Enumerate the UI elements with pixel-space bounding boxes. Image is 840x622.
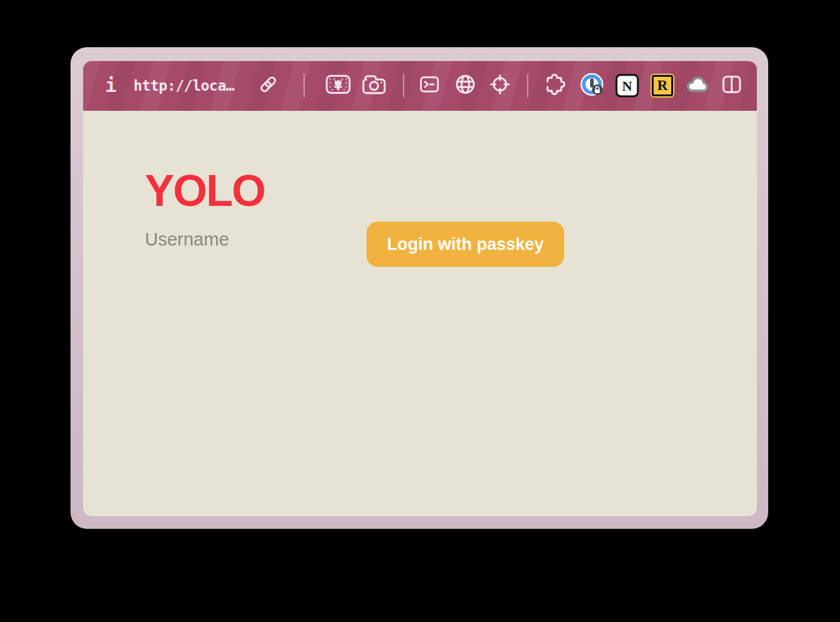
screenshot-gallery-button[interactable] (326, 74, 351, 98)
camera-icon (361, 74, 387, 98)
screen: i http://loca… (0, 0, 840, 622)
onepassword-icon (580, 72, 604, 99)
url-bar[interactable]: http://loca… (133, 77, 234, 94)
login-with-passkey-button[interactable]: Login with passkey (366, 222, 564, 267)
username-label: Username (145, 230, 229, 249)
page-title: YOLO (145, 169, 264, 213)
onepassword-extension-button[interactable] (580, 72, 604, 99)
link-icon (257, 73, 280, 98)
crosshair-icon (488, 72, 512, 99)
locate-button[interactable] (488, 72, 512, 99)
globe-icon (453, 72, 477, 99)
page-content: YOLO Username Login with passkey (83, 111, 757, 516)
puzzle-icon (544, 72, 568, 99)
reader-extension-button[interactable]: R (652, 75, 673, 96)
cloud-sync-button[interactable] (685, 72, 710, 99)
browser-toolbar: i http://loca… (83, 61, 757, 111)
info-icon: i (105, 76, 116, 95)
site-info-button[interactable]: i (105, 76, 116, 95)
copy-link-button[interactable] (257, 73, 280, 98)
window-frame: i http://loca… (71, 47, 768, 529)
extensions-button[interactable] (544, 72, 568, 99)
screenshot-button[interactable] (361, 74, 387, 98)
toolbar-divider (527, 74, 528, 98)
cloud-icon (685, 72, 710, 99)
toolbar-divider (304, 74, 305, 98)
terminal-button[interactable] (417, 73, 441, 98)
web-browser-button[interactable] (453, 72, 477, 99)
terminal-icon (417, 73, 441, 98)
browser-window: i http://loca… (83, 61, 757, 516)
reader-icon: R (652, 75, 673, 96)
toolbar-divider (403, 74, 404, 98)
reader-letter: R (657, 77, 668, 94)
notion-extension-button[interactable]: N (616, 74, 639, 98)
split-view-icon (720, 73, 744, 99)
notion-icon: N (616, 74, 639, 98)
split-view-button[interactable] (720, 73, 744, 99)
photos-icon (326, 74, 351, 98)
notion-letter: N (622, 77, 632, 94)
